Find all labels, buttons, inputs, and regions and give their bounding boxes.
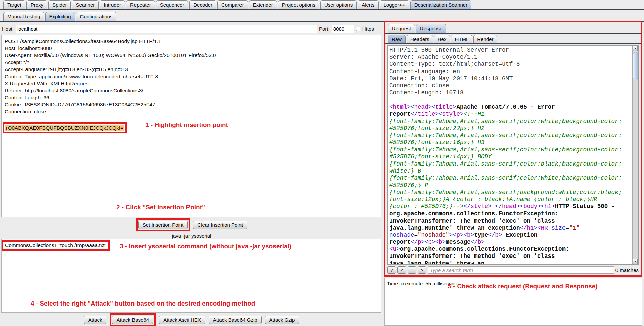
request-line: User-Agent: Mozilla/5.0 (Windows NT 10.0… (5, 52, 381, 59)
scroll-down-arrow-icon[interactable]: ▼ (633, 259, 638, 264)
response-line: InvokerTransformer: The method 'exec' on… (389, 253, 632, 260)
response-scrollbar[interactable]: ▲ ▼ (632, 46, 638, 264)
response-line: Server: Apache-Coyote/1.1 (389, 54, 632, 61)
burp-window: TargetProxySpiderScannerIntruderRepeater… (0, 0, 644, 326)
attack-gzip-button[interactable]: Attack Gzip (265, 316, 300, 324)
request-line: Content-Type: application/x-www-form-url… (5, 73, 381, 80)
main-tab-target[interactable]: Target (3, 0, 25, 9)
response-line: Content-Language: en (389, 68, 632, 75)
insertion-point-red-box: rO0ABXQAE0FBQUFBQSBUZXN0IEJCQkJCQkI= (3, 122, 127, 133)
sub-tab-configurations[interactable]: Configurations (76, 12, 117, 21)
search-add-button[interactable]: + (408, 266, 416, 274)
response-line: #525D76;font-size:22px;} H2 (389, 125, 632, 132)
search-input[interactable] (428, 266, 614, 274)
annotation-2: 2 - Click "Set Insertion Point" (116, 204, 205, 211)
request-line: Accept-Language: it-IT,it;q=0.8,en-US;q=… (5, 66, 381, 73)
host-input[interactable] (16, 25, 317, 33)
request-line: Connection: close (5, 108, 381, 115)
search-buttons: ?<+> (387, 266, 426, 274)
view-tab-bar: RawHeadersHexHTMLRender (385, 34, 641, 44)
insertion-buttons-row: Set Insertion Point Clear Insertion Poin… (0, 218, 383, 232)
main-tab-deserialization-scanner[interactable]: Deserialization Scanner (410, 0, 471, 9)
ysoserial-command-editor[interactable]: CommonsCollections1 "touch /tmp/aaaa.txt… (1, 239, 381, 313)
response-line: font-size:12px;}A {color : black;}A.name… (389, 196, 632, 203)
response-line: #525D76;font-size:14px;} BODY (389, 153, 632, 160)
response-line: java.lang.Runtime' threw an exception</h… (389, 225, 632, 232)
response-line: Content-Type: text/html;charset=utf-8 (389, 61, 632, 68)
scrollbar-thumb[interactable] (633, 52, 638, 80)
sub-tab-exploiting[interactable]: Exploiting (45, 12, 75, 21)
main-tab-alerts[interactable]: Alerts (358, 0, 378, 9)
response-line: org.apache.commons.collections.FunctorEx… (389, 210, 632, 217)
main-tab-bar: TargetProxySpiderScannerIntruderRepeater… (0, 0, 644, 10)
response-line: HTTP/1.1 500 Internal Server Error (389, 47, 632, 54)
https-label: Https (362, 26, 374, 32)
main-tab-sequencer[interactable]: Sequencer (156, 0, 189, 9)
result-footer: Time to execute: 55 milliseconds 5 - Che… (384, 278, 642, 326)
ysoserial-label: java -jar ysoserial (0, 233, 383, 239)
attack-base64-button[interactable]: Attack Base64 (112, 316, 153, 324)
response-line: white;} B (389, 168, 632, 175)
response-line: InvokerTransformer: The method 'exec' on… (389, 218, 632, 225)
sub-tab-manual-testing[interactable]: Manual testing (3, 12, 44, 21)
main-tab-extender[interactable]: Extender (249, 0, 277, 9)
ysoserial-command-text[interactable]: CommonsCollections1 "touch /tmp/aaaa.txt… (5, 242, 106, 248)
response-line: <html><head><title>Apache Tomcat/7.0.65 … (389, 104, 632, 111)
attack-button[interactable]: Attack (84, 316, 107, 324)
search-help-button[interactable]: ? (387, 266, 396, 274)
attack-buttons-row: AttackAttack Base64Attack Ascii HEXAttac… (0, 313, 383, 326)
main-tab-spider[interactable]: Spider (48, 0, 71, 9)
set-insertion-red-box: Set Insertion Point (136, 218, 191, 231)
scroll-up-arrow-icon[interactable]: ▲ (633, 46, 638, 51)
response-viewer[interactable]: HTTP/1.1 500 Internal Server ErrorServer… (387, 45, 639, 265)
response-annotation-frame: RequestResponse RawHeadersHexHTMLRender … (384, 21, 642, 277)
main-tab-project-options[interactable]: Project options (278, 0, 319, 9)
host-label: Host: (2, 26, 14, 32)
main-tab-scanner[interactable]: Scanner (72, 0, 99, 9)
message-tab-request[interactable]: Request (388, 24, 415, 33)
port-label: Port: (319, 26, 330, 32)
response-line: #525D76;} P (389, 182, 632, 189)
response-line: noshade="noshade"><p><b>type</b> Excepti… (389, 232, 632, 239)
response-line: report</title><style><!--H1 (389, 111, 632, 118)
attack-base64-gzip-button[interactable]: Attack Base64 Gzip (209, 316, 262, 324)
sub-tab-bar: Manual testingExploitingConfigurations (0, 11, 644, 22)
insertion-point-highlight[interactable]: rO0ABXQAE0FBQUFBQSBUZXN0IEJCQkJCQkI= (5, 125, 124, 131)
search-prev-button[interactable]: < (397, 266, 406, 274)
annotation-3: 3 - Insert ysoserial command (without ja… (120, 243, 291, 250)
request-editor[interactable]: POST /sampleCommonsCollections3/testBase… (1, 35, 381, 217)
https-checkbox[interactable] (356, 27, 360, 31)
set-insertion-point-button[interactable]: Set Insertion Point (138, 221, 188, 229)
clear-insertion-point-button[interactable]: Clear Insertion Point (193, 221, 247, 229)
view-tab-headers[interactable]: Headers (407, 35, 433, 43)
port-input[interactable] (332, 25, 354, 33)
response-line: <u>org.apache.commons.collections.Functo… (389, 246, 632, 253)
view-tab-html[interactable]: HTML (451, 35, 472, 43)
response-line: {font-family:Tahoma,Arial,sans-serif;col… (389, 132, 632, 139)
view-tab-raw[interactable]: Raw (388, 35, 406, 43)
response-line: Content-Length: 10718 (389, 89, 632, 96)
annotation-1: 1 - Highlight insertion point (145, 121, 228, 128)
search-next-button[interactable]: > (418, 266, 426, 274)
view-tab-render[interactable]: Render (473, 35, 497, 43)
message-tab-response[interactable]: Response (416, 24, 447, 33)
response-line: report</p><p><b>message</b> (389, 239, 632, 246)
response-line: {font-family:Tahoma,Arial,sans-serif;bac… (389, 189, 632, 196)
response-line: {color : #525D76;}--></style> </head><bo… (389, 203, 632, 210)
main-tab-intruder[interactable]: Intruder (100, 0, 125, 9)
main-tab-comparer[interactable]: Comparer (217, 0, 248, 9)
response-line: {font-family:Tahoma,Arial,sans-serif;col… (389, 160, 632, 168)
main-tab-repeater[interactable]: Repeater (126, 0, 155, 9)
main-tab-user-options[interactable]: User options (320, 0, 357, 9)
response-line: #525D76;font-size:16px;} H3 (389, 139, 632, 146)
attack-base64-red-box: Attack Base64 (110, 313, 156, 326)
main-tab-logger[interactable]: Logger++ (380, 0, 409, 9)
response-line: {font-family:Tahoma,Arial,sans-serif;col… (389, 175, 632, 182)
main-tab-decoder[interactable]: Decoder (189, 0, 216, 9)
attack-ascii-hex-button[interactable]: Attack Ascii HEX (159, 316, 205, 324)
response-line: {font-family:Tahoma,Arial,sans-serif;col… (389, 118, 632, 125)
request-line: Host: localhost:8080 (5, 45, 381, 52)
main-tab-proxy[interactable]: Proxy (26, 0, 47, 9)
request-line: POST /sampleCommonsCollections3/testBase… (5, 38, 381, 45)
view-tab-hex[interactable]: Hex (434, 35, 450, 43)
